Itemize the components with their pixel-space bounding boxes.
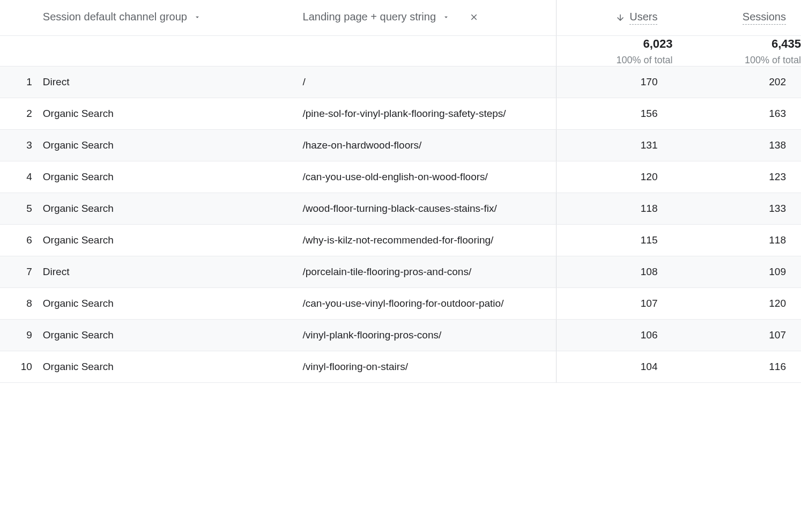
secondary-dimension-label: Landing page + query string bbox=[303, 11, 436, 23]
row-index: 10 bbox=[0, 351, 43, 382]
primary-dimension-label: Session default channel group bbox=[43, 11, 187, 23]
row-channel: Organic Search bbox=[43, 161, 303, 193]
row-landing-page: /haze-on-hardwood-floors/ bbox=[303, 129, 557, 161]
table-row[interactable]: 9Organic Search/vinyl-plank-flooring-pro… bbox=[0, 319, 801, 351]
secondary-dimension-selector[interactable]: Landing page + query string bbox=[303, 11, 479, 23]
metric-sessions-header[interactable]: Sessions bbox=[743, 11, 786, 25]
users-total: 6,023 bbox=[557, 36, 672, 53]
table-row[interactable]: 8Organic Search/can-you-use-vinyl-floori… bbox=[0, 287, 801, 319]
row-sessions: 107 bbox=[672, 319, 801, 351]
summary-row: 6,023 100% of total 6,435 100% of total bbox=[0, 36, 801, 66]
row-landing-page: / bbox=[303, 66, 557, 98]
row-index: 2 bbox=[0, 98, 43, 129]
row-index: 9 bbox=[0, 319, 43, 351]
row-sessions: 120 bbox=[672, 287, 801, 319]
row-index: 7 bbox=[0, 256, 43, 287]
row-landing-page: /vinyl-plank-flooring-pros-cons/ bbox=[303, 319, 557, 351]
row-landing-page: /vinyl-flooring-on-stairs/ bbox=[303, 351, 557, 382]
row-users: 156 bbox=[557, 98, 673, 129]
row-sessions: 202 bbox=[672, 66, 801, 98]
row-users: 120 bbox=[557, 161, 673, 193]
row-sessions: 116 bbox=[672, 351, 801, 382]
row-index: 8 bbox=[0, 287, 43, 319]
table-row[interactable]: 3Organic Search/haze-on-hardwood-floors/… bbox=[0, 129, 801, 161]
row-channel: Direct bbox=[43, 66, 303, 98]
table-row[interactable]: 2Organic Search/pine-sol-for-vinyl-plank… bbox=[0, 98, 801, 129]
row-index: 3 bbox=[0, 129, 43, 161]
row-landing-page: /can-you-use-old-english-on-wood-floors/ bbox=[303, 161, 557, 193]
row-channel: Organic Search bbox=[43, 287, 303, 319]
row-users: 108 bbox=[557, 256, 673, 287]
row-channel: Organic Search bbox=[43, 351, 303, 382]
row-sessions: 109 bbox=[672, 256, 801, 287]
row-channel: Organic Search bbox=[43, 129, 303, 161]
table-row[interactable]: 5Organic Search/wood-floor-turning-black… bbox=[0, 193, 801, 224]
row-users: 115 bbox=[557, 224, 673, 256]
row-users: 170 bbox=[557, 66, 673, 98]
remove-secondary-dimension-button[interactable] bbox=[469, 12, 479, 22]
row-sessions: 118 bbox=[672, 224, 801, 256]
row-channel: Organic Search bbox=[43, 98, 303, 129]
caret-down-icon bbox=[194, 13, 201, 21]
row-index: 5 bbox=[0, 193, 43, 224]
metric-users-header[interactable]: Users bbox=[615, 11, 657, 25]
row-users: 104 bbox=[557, 351, 673, 382]
row-index: 6 bbox=[0, 224, 43, 256]
row-landing-page: /porcelain-tile-flooring-pros-and-cons/ bbox=[303, 256, 557, 287]
primary-dimension-selector[interactable]: Session default channel group bbox=[43, 11, 201, 23]
table-row[interactable]: 4Organic Search/can-you-use-old-english-… bbox=[0, 161, 801, 193]
row-index: 4 bbox=[0, 161, 43, 193]
row-users: 118 bbox=[557, 193, 673, 224]
row-users: 131 bbox=[557, 129, 673, 161]
row-sessions: 138 bbox=[672, 129, 801, 161]
users-total-subtext: 100% of total bbox=[557, 55, 672, 66]
row-index: 1 bbox=[0, 66, 43, 98]
row-landing-page: /pine-sol-for-vinyl-plank-flooring-safet… bbox=[303, 98, 557, 129]
caret-down-icon bbox=[442, 13, 450, 21]
metric-users-label: Users bbox=[629, 11, 657, 25]
table-row[interactable]: 6Organic Search/why-is-kilz-not-recommen… bbox=[0, 224, 801, 256]
table-header-row: Session default channel group Landing pa… bbox=[0, 0, 801, 36]
row-landing-page: /why-is-kilz-not-recommended-for-floorin… bbox=[303, 224, 557, 256]
sessions-total: 6,435 bbox=[672, 36, 801, 53]
row-sessions: 123 bbox=[672, 161, 801, 193]
row-landing-page: /can-you-use-vinyl-flooring-for-outdoor-… bbox=[303, 287, 557, 319]
row-landing-page: /wood-floor-turning-black-causes-stains-… bbox=[303, 193, 557, 224]
metric-sessions-label: Sessions bbox=[743, 11, 786, 25]
row-channel: Organic Search bbox=[43, 319, 303, 351]
row-channel: Organic Search bbox=[43, 224, 303, 256]
sessions-total-subtext: 100% of total bbox=[672, 55, 801, 66]
row-users: 107 bbox=[557, 287, 673, 319]
row-sessions: 163 bbox=[672, 98, 801, 129]
row-sessions: 133 bbox=[672, 193, 801, 224]
row-channel: Direct bbox=[43, 256, 303, 287]
table-row[interactable]: 10Organic Search/vinyl-flooring-on-stair… bbox=[0, 351, 801, 382]
table-row[interactable]: 1Direct/170202 bbox=[0, 66, 801, 98]
arrow-down-icon bbox=[615, 13, 625, 23]
row-channel: Organic Search bbox=[43, 193, 303, 224]
analytics-table: Session default channel group Landing pa… bbox=[0, 0, 801, 383]
row-users: 106 bbox=[557, 319, 673, 351]
table-row[interactable]: 7Direct/porcelain-tile-flooring-pros-and… bbox=[0, 256, 801, 287]
